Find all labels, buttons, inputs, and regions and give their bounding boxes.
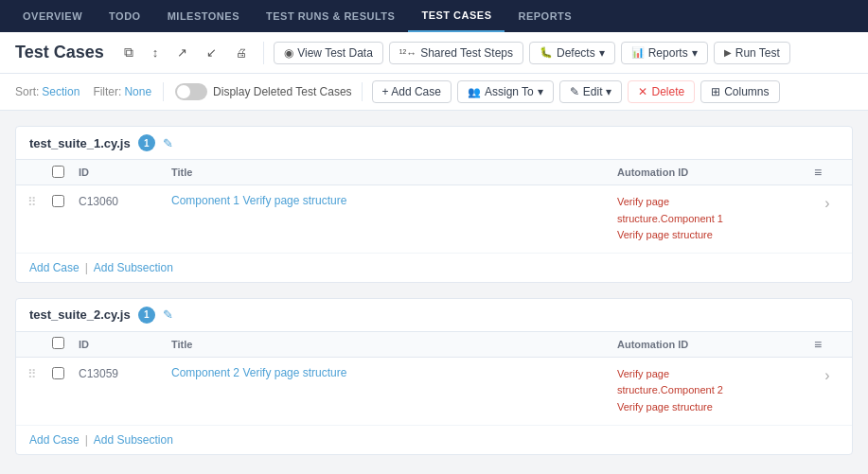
section-2-add-case-link[interactable]: Add Case [29,433,80,447]
run-test-label: Run Test [735,46,780,60]
row-select-checkbox[interactable] [52,195,64,207]
section-1-add-subsection-link[interactable]: Add Subsection [94,261,173,274]
edit-chevron-icon: ▾ [606,85,611,98]
row-checkbox[interactable] [52,194,71,210]
reports-label: Reports [648,46,688,60]
defects-button[interactable]: 🐛 Defects ▾ [529,42,615,64]
col-automation-header: Automation ID [617,167,806,178]
edit-label: Edit [583,85,603,98]
col-id-header: ID [79,167,164,178]
delete-button[interactable]: ✕ Delete [628,80,695,103]
col-title-header: Title [171,167,610,178]
section-1-footer: Add Case | Add Subsection [16,254,852,282]
defects-label: Defects [557,46,595,60]
main-content: test_suite_1.cy.js 1 ✎ ID Title Automati… [0,111,868,474]
automation-line2: structure.Component 1 [617,211,806,228]
section-1-edit-icon[interactable]: ✎ [163,136,173,150]
section-1-badge: 1 [138,134,155,151]
table-row: ⠿ C13060 Component 1 Verify page structu… [16,185,852,254]
automation-id-cell: Verify page structure.Component 1 Verify… [617,194,806,244]
section-2-badge: 1 [138,307,155,324]
automation-line3: Verify page structure [617,227,806,244]
footer-separator-2: | [85,433,88,447]
shared-icon: ¹²↔ [399,47,416,59]
columns-icon: ⊞ [711,85,720,98]
filter-value[interactable]: None [124,85,151,98]
defects-chevron-icon: ▾ [599,46,605,60]
col-automation-header-2: Automation ID [617,339,806,350]
add-case-button[interactable]: + Add Case [372,80,452,103]
automation-id-cell-2: Verify page structure.Component 2 Verify… [617,366,806,416]
nav-item-overview[interactable]: OVERVIEW [9,0,96,32]
filter-control: Filter: None [93,85,151,98]
copy-icon: ⧉ [124,44,133,61]
nav-item-reports[interactable]: REPORTS [505,0,585,32]
select-all-checkbox[interactable] [52,166,64,178]
section-1-add-case-link[interactable]: Add Case [29,261,80,274]
view-icon: ◉ [284,46,293,60]
print-button[interactable]: 🖨 [229,42,254,64]
people-icon: 👥 [468,86,481,98]
edit-button[interactable]: ✎ Edit ▾ [559,80,623,103]
row-select-checkbox-2[interactable] [52,367,64,379]
case-title[interactable]: Component 1 Verify page structure [171,194,610,207]
col-check-header-2[interactable] [52,337,71,351]
col-title-header-2: Title [171,339,610,350]
shared-test-steps-label: Shared Test Steps [420,46,513,60]
pencil-icon: ✎ [570,85,579,98]
section-1-table-header: ID Title Automation ID ≡ [16,160,852,185]
reports-button[interactable]: 📊 Reports ▾ [621,42,708,64]
col-menu-header-2[interactable]: ≡ [814,337,841,352]
col-menu-header[interactable]: ≡ [814,165,841,180]
reports-chevron-icon: ▾ [692,46,698,60]
export-icon: ↗ [177,45,187,60]
section-2-add-subsection-link[interactable]: Add Subsection [94,433,173,447]
delete-label: Delete [651,85,684,98]
row-checkbox-2[interactable] [52,366,71,382]
display-deleted-toggle[interactable]: Display Deleted Test Cases [175,83,352,100]
view-test-data-button[interactable]: ◉ View Test Data [274,42,383,64]
section-2-footer: Add Case | Add Subsection [16,426,852,454]
columns-button[interactable]: ⊞ Columns [700,80,779,103]
play-icon: ▶ [724,47,732,58]
sort-value[interactable]: Section [42,85,80,98]
shared-test-steps-button[interactable]: ¹²↔ Shared Test Steps [389,42,523,64]
automation-line1: Verify page [617,194,806,211]
drag-handle[interactable]: ⠿ [27,194,44,209]
nav-item-test-runs-results[interactable]: TEST RUNS & RESULTS [253,0,408,32]
section-2-title: test_suite_2.cy.js [29,307,131,322]
page-title: Test Cases [15,43,104,62]
automation-line3-2: Verify page structure [617,399,806,416]
bar-chart-icon: 📊 [631,46,645,59]
filter-label: Filter: [93,85,121,98]
section-2: test_suite_2.cy.js 1 ✎ ID Title Automati… [15,298,853,455]
nav-item-test-cases[interactable]: TEST CASES [408,0,505,32]
row-chevron-2[interactable]: › [814,366,841,384]
section-2-edit-icon[interactable]: ✎ [163,307,173,322]
select-all-checkbox-2[interactable] [52,337,64,349]
export-button[interactable]: ↗ [170,41,194,64]
case-id-2: C13059 [79,366,164,380]
table-row: ⠿ C13059 Component 2 Verify page structu… [16,358,852,426]
top-nav: OVERVIEW TODO MILESTONES TEST RUNS & RES… [0,0,868,32]
bug-icon: 🐛 [540,46,553,59]
add-case-label: + Add Case [382,85,441,98]
drag-handle-2[interactable]: ⠿ [27,366,44,381]
nav-item-milestones[interactable]: MILESTONES [154,0,253,32]
view-test-data-label: View Test Data [297,46,373,60]
nav-item-todo[interactable]: TODO [96,0,154,32]
row-chevron[interactable]: › [814,194,841,212]
case-title-2[interactable]: Component 2 Verify page structure [171,366,610,379]
move-button[interactable]: ↕ [146,41,166,64]
assign-to-button[interactable]: 👥 Assign To ▾ [457,80,554,103]
import-button[interactable]: ↙ [200,41,223,64]
toolbar-separator-1 [163,82,164,101]
section-2-header: test_suite_2.cy.js 1 ✎ [16,299,852,332]
run-test-button[interactable]: ▶ Run Test [714,42,790,64]
col-check-header[interactable] [52,166,71,180]
case-id: C13060 [79,194,164,208]
print-icon: 🖨 [236,46,247,60]
move-icon: ↕ [152,45,159,60]
automation-line1-2: Verify page [617,366,806,383]
copy-button[interactable]: ⧉ [117,40,140,65]
